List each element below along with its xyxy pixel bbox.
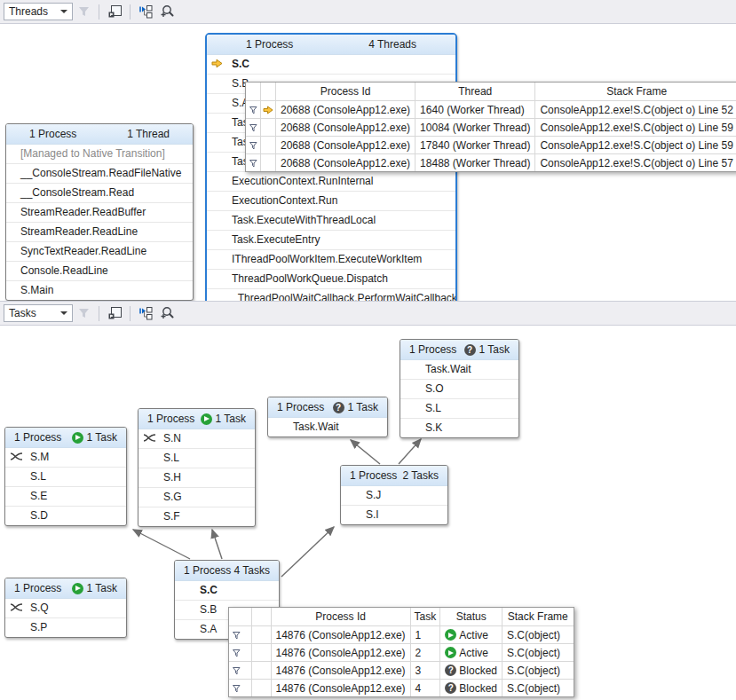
stack-frame-row[interactable]: Task.Wait: [268, 418, 387, 437]
frame-label: StreamReader.ReadLine: [20, 225, 138, 238]
show-only-flagged-button[interactable]: [105, 303, 124, 323]
task-stack-node-sq[interactable]: 1 Process 1 Task S.Q S.P: [4, 578, 127, 638]
parallel-stacks-tasks-canvas: 1 Process 1 Task Task.Wait S.O S.L S.K 1…: [0, 326, 736, 700]
cell-process-id: 20688 (ConsoleApp12.exe): [276, 137, 415, 154]
node-header: 1 Process 1 Task: [5, 578, 126, 599]
cell-thread: 1640 (Worker Thread): [415, 101, 535, 119]
cell-thread: 18488 (Worker Thread): [415, 154, 535, 172]
stack-frame-row[interactable]: ExecutionContext.Run: [207, 192, 455, 211]
node-header: 1 Process 1 Task: [5, 428, 126, 448]
cell-task: 3: [410, 662, 440, 680]
stack-frame-row[interactable]: [Managed to Native Transition]: [6, 145, 193, 164]
frame-label: StreamReader.ReadBuffer: [20, 206, 146, 218]
stack-frame-row[interactable]: StreamReader.ReadLine: [6, 223, 193, 242]
cell-task: 2: [410, 644, 440, 662]
stack-frame-row[interactable]: S.J: [341, 486, 447, 506]
chevron-down-icon: [60, 311, 67, 315]
cell-stack-frame: ConsoleApp12.exe!S.C(object o) Line 59: [535, 119, 736, 137]
stack-frame-row[interactable]: ExecutionContext.RunInternal: [207, 172, 455, 192]
task-stack-node-two-tasks[interactable]: 1 Process 2 Tasks S.J S.I: [340, 465, 448, 525]
stack-frame-row[interactable]: S.G: [138, 488, 255, 507]
node-header: 1 Process 1 Task: [400, 340, 518, 360]
filter-flagged-button[interactable]: [74, 303, 93, 323]
node-task-count: 2 Tasks: [403, 469, 439, 482]
node-header: 1 Process 1 Thread: [6, 124, 193, 145]
parallel-stacks-threads-canvas: 1 Process 1 Thread [Managed to Native Tr…: [0, 24, 736, 301]
stack-frame-row[interactable]: S.D: [5, 507, 126, 525]
task-stack-node-sm[interactable]: 1 Process 1 Task S.M S.L S.E S.D: [4, 427, 127, 526]
toggle-method-view-button[interactable]: [136, 2, 155, 21]
stack-frame-row[interactable]: __ConsoleStream.Read: [6, 184, 193, 203]
stack-frame-row[interactable]: Task.Wait: [400, 360, 518, 380]
tasks-view-selector[interactable]: Tasks: [4, 304, 73, 322]
stack-frame-row[interactable]: S.H: [138, 468, 255, 488]
auto-scroll-button[interactable]: [157, 303, 177, 323]
stack-frame-row-current[interactable]: S.C: [207, 55, 455, 75]
cell-process-id: 14876 (ConsoleApp12.exe): [271, 680, 410, 697]
stack-frame-row[interactable]: S.Main: [6, 281, 193, 300]
stack-frame-row[interactable]: ThreadPoolWorkQueue.Dispatch: [207, 270, 455, 289]
tooltip-row: 14876 (ConsoleApp12.exe) 1 Active S.C(ob…: [229, 626, 574, 644]
flag-funnel-icon: [248, 105, 258, 115]
chevron-down-icon: [60, 10, 67, 13]
stack-frame-row[interactable]: S.E: [5, 487, 126, 507]
task-stack-node-wait[interactable]: 1 Process 1 Task Task.Wait: [267, 397, 388, 437]
show-only-flagged-button[interactable]: [105, 2, 124, 21]
node-process-count: 1 Process: [277, 401, 324, 413]
stack-frame-row[interactable]: Task.ExecuteEntry: [207, 231, 455, 250]
stack-frame-row[interactable]: SyncTextReader.ReadLine: [6, 242, 193, 262]
stack-frame-row[interactable]: S.O: [400, 380, 518, 399]
node-header: 1 Process 1 Task: [268, 397, 387, 418]
stack-frame-row[interactable]: IThreadPoolWorkItem.ExecuteWorkItem: [207, 250, 455, 270]
tasks-tooltip-table: Process Id Task Status Stack Frame 14876…: [229, 608, 574, 696]
frame-label: S.J: [366, 489, 381, 501]
frame-label: Console.ReadLine: [20, 264, 108, 277]
task-stack-node-sn[interactable]: 1 Process 1 Task S.N S.L S.H S.G S.F: [138, 408, 256, 527]
stack-frame-row-active[interactable]: S.N: [138, 429, 255, 449]
stack-frame-row[interactable]: S.P: [5, 618, 126, 637]
frame-label: S.L: [425, 402, 441, 414]
stack-frame-row[interactable]: S.L: [5, 468, 126, 487]
frame-label: _ThreadPoolWaitCallback.PerformWaitCallb…: [232, 292, 455, 301]
frame-label: S.M: [30, 451, 49, 463]
frame-label: ExecutionContext.RunInternal: [232, 175, 373, 187]
frame-label: SyncTextReader.ReadLine: [20, 245, 146, 257]
threads-toolbar: Threads: [0, 0, 736, 24]
stack-frame-row[interactable]: S.K: [400, 419, 518, 437]
frame-label: S.K: [425, 421, 442, 434]
stack-frame-row[interactable]: S.L: [138, 449, 255, 468]
toggle-method-view-button[interactable]: [136, 303, 155, 323]
active-frame-threads-icon: [10, 602, 23, 612]
stack-frame-row-active[interactable]: S.Q: [5, 599, 126, 618]
stack-frame-row[interactable]: StreamReader.ReadBuffer: [6, 203, 193, 223]
filter-flagged-button[interactable]: [74, 2, 93, 21]
node-header: 1 Process 4 Threads: [207, 35, 455, 55]
toolbar-separator: [99, 4, 99, 20]
frame-label: S.A: [200, 623, 217, 635]
stack-frame-row[interactable]: S.F: [138, 507, 255, 526]
stack-frame-row[interactable]: __ConsoleStream.ReadFileNative: [6, 164, 193, 184]
stack-frame-row[interactable]: S.L: [400, 399, 518, 419]
stack-frame-row[interactable]: Task.ExecuteWithThreadLocal: [207, 211, 455, 231]
node-task-count: 1 Task: [348, 401, 378, 413]
threads-view-selector[interactable]: Threads: [4, 3, 73, 20]
tooltip-row: 14876 (ConsoleApp12.exe) 3 Blocked S.C(o…: [229, 662, 574, 680]
running-status-icon: [445, 647, 456, 658]
stack-frame-row-active[interactable]: S.M: [5, 448, 126, 468]
thread-stack-node-main[interactable]: 1 Process 1 Thread [Managed to Native Tr…: [5, 123, 194, 301]
blocked-status-icon: [333, 402, 344, 413]
frame-label: S.G: [163, 491, 182, 503]
toolbar-separator: [130, 306, 131, 321]
stack-frame-row[interactable]: S.I: [341, 506, 447, 524]
frame-label: Task.ExecuteWithThreadLocal: [232, 214, 376, 226]
stack-frame-row[interactable]: S.C: [175, 581, 279, 601]
auto-scroll-button[interactable]: [157, 2, 177, 21]
cell-stack-frame: S.C(object): [503, 680, 574, 697]
toolbar-separator: [130, 4, 131, 20]
toggle-method-view-icon: [138, 306, 154, 320]
stack-frame-row[interactable]: _ThreadPoolWaitCallback.PerformWaitCallb…: [207, 289, 455, 301]
filter-funnel-icon: [77, 307, 91, 319]
task-stack-node-sk[interactable]: 1 Process 1 Task Task.Wait S.O S.L S.K: [400, 339, 519, 438]
stack-frame-row[interactable]: Console.ReadLine: [6, 262, 193, 281]
toggle-method-view-icon: [138, 4, 154, 19]
